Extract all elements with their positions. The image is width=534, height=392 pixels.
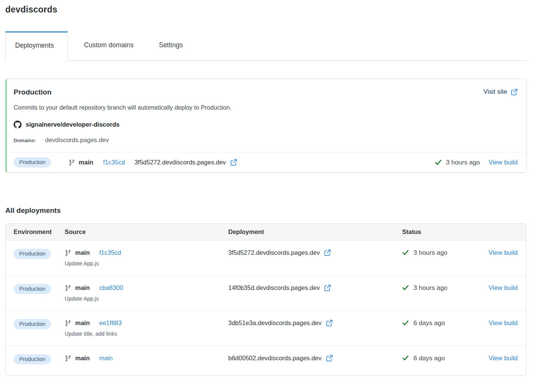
- branch-name: main: [75, 319, 90, 327]
- check-icon: [402, 319, 409, 326]
- production-card-description: Commits to your default repository branc…: [14, 104, 518, 111]
- external-link-icon: [511, 88, 518, 96]
- repo-name: signalnerve/developer-discords: [26, 121, 120, 128]
- commit-message: Update title, add links: [65, 331, 228, 337]
- environment-badge: Production: [14, 284, 51, 294]
- deployments-table-header: Environment Source Deployment Status: [6, 224, 526, 240]
- table-row: Production main cba8300 Update App.js 14…: [6, 276, 526, 311]
- status-time: 3 hours ago: [413, 249, 447, 257]
- tab-deployments-label: Deployments: [15, 42, 54, 49]
- deployment-url: 3f5d5272.devdiscords.pages.dev: [228, 249, 320, 256]
- column-header-deployment: Deployment: [228, 228, 402, 236]
- table-row: Production main f1c35cd Update App.js 3f…: [6, 240, 526, 276]
- domains-row: Domains: devdiscords.pages.dev: [14, 136, 518, 144]
- all-deployments-title: All deployments: [5, 206, 526, 215]
- branch-name: main: [75, 249, 90, 256]
- environment-badge: Production: [14, 157, 51, 167]
- column-header-status: Status: [402, 228, 482, 236]
- external-link-icon[interactable]: [230, 159, 237, 166]
- visit-site-link[interactable]: Visit site: [483, 88, 518, 96]
- visit-site-label: Visit site: [483, 88, 507, 96]
- environment-badge: Production: [14, 354, 51, 364]
- git-branch-icon: [68, 159, 75, 166]
- deployment-url: 3f5d5272.devdiscords.pages.dev: [135, 159, 226, 166]
- environment-badge: Production: [14, 249, 51, 259]
- git-branch-icon: [65, 355, 71, 362]
- check-icon: [435, 159, 442, 166]
- status-time: 6 days ago: [413, 355, 445, 362]
- tab-bar: Deployments Custom domains Settings: [5, 31, 526, 61]
- git-branch-icon: [65, 320, 71, 327]
- external-link-icon[interactable]: [324, 249, 331, 256]
- view-build-link[interactable]: View build: [489, 319, 518, 327]
- check-icon: [402, 355, 409, 361]
- status-time: 6 days ago: [413, 319, 445, 327]
- view-build-link[interactable]: View build: [489, 249, 518, 256]
- commit-message: Update App.js: [65, 296, 228, 302]
- domains-value: devdiscords.pages.dev: [45, 136, 109, 144]
- column-header-source: Source: [65, 228, 228, 236]
- column-header-environment: Environment: [14, 228, 65, 236]
- commit-link[interactable]: f1c35cd: [103, 159, 125, 166]
- git-branch-icon: [65, 285, 71, 291]
- external-link-icon[interactable]: [324, 284, 331, 291]
- production-card-title: Production: [14, 88, 51, 96]
- check-icon: [402, 284, 409, 291]
- view-build-link[interactable]: View build: [489, 284, 518, 291]
- tab-custom-domains[interactable]: Custom domains: [75, 31, 142, 60]
- production-card: Production Visit site Commits to your de…: [5, 79, 526, 173]
- status-time: 3 hours ago: [413, 284, 447, 292]
- view-build-link[interactable]: View build: [489, 159, 518, 166]
- branch-name: main: [75, 355, 90, 362]
- deployments-table: Environment Source Deployment Status Pro…: [5, 223, 526, 376]
- deployment-url: 3db51e3a.devdiscords.pages.dev: [228, 319, 322, 327]
- table-row: Production main ee1f883 Update title, ad…: [6, 311, 526, 346]
- production-deployment-row: Production main f1c35cd 3f5d5272.devdisc…: [7, 152, 526, 172]
- commit-link[interactable]: main: [99, 355, 113, 362]
- deployment-url: b6d00502.devdiscords.pages.dev: [228, 355, 322, 362]
- environment-badge: Production: [14, 319, 51, 329]
- page-title: devdiscords: [5, 5, 526, 15]
- external-link-icon[interactable]: [326, 355, 333, 362]
- tab-custom-domains-label: Custom domains: [84, 41, 133, 49]
- external-link-icon[interactable]: [326, 319, 333, 327]
- deployment-url: 14f0b35d.devdiscords.pages.dev: [228, 284, 320, 291]
- commit-message: Update App.js: [65, 260, 228, 266]
- branch-name: main: [75, 284, 90, 291]
- table-row: Production main main b6d00502.devdiscord…: [6, 346, 526, 375]
- tab-settings-label: Settings: [159, 41, 183, 49]
- tab-deployments[interactable]: Deployments: [5, 31, 68, 61]
- check-icon: [402, 249, 409, 256]
- tab-settings[interactable]: Settings: [150, 31, 192, 60]
- page: devdiscords Deployments Custom domains S…: [0, 0, 534, 380]
- deployments-table-body: Production main f1c35cd Update App.js 3f…: [6, 240, 526, 375]
- view-build-link[interactable]: View build: [489, 355, 518, 362]
- branch-name: main: [79, 159, 93, 166]
- status-time: 3 hours ago: [446, 159, 480, 166]
- git-branch-icon: [65, 249, 71, 256]
- commit-link[interactable]: cba8300: [99, 284, 123, 291]
- commit-link[interactable]: ee1f883: [99, 319, 122, 327]
- commit-link[interactable]: f1c35cd: [99, 249, 121, 256]
- github-icon: [14, 121, 22, 129]
- domains-label: Domains:: [14, 138, 36, 143]
- repo-link[interactable]: signalnerve/developer-discords: [14, 121, 518, 129]
